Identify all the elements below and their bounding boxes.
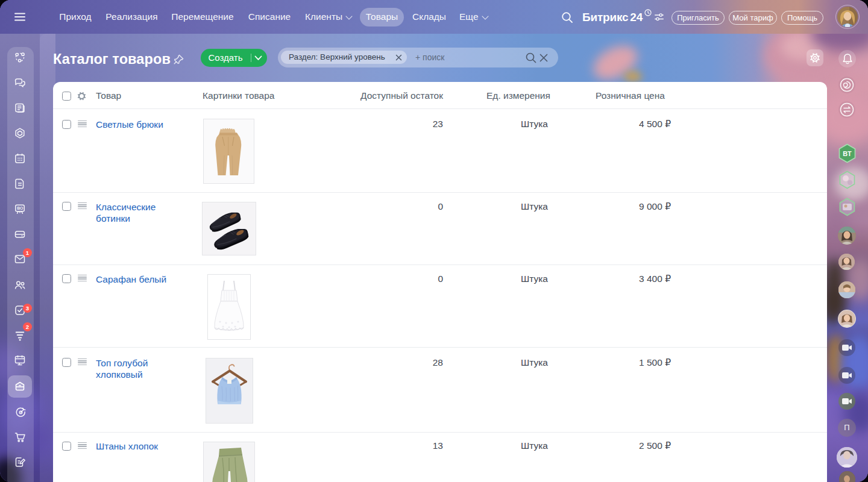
- svg-text:ВО: ВО: [17, 206, 23, 210]
- svg-text:BT: BT: [843, 150, 852, 157]
